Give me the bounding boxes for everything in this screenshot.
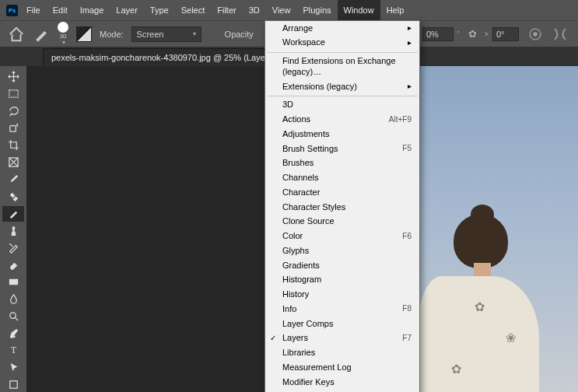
menu-select[interactable]: Select [175,0,212,20]
gradient-tool[interactable] [2,274,24,289]
healing-brush-tool[interactable] [2,189,24,205]
menu-filter[interactable]: Filter [211,0,242,20]
smoothing-options-icon[interactable] [468,28,477,40]
brush-panel-toggle-icon[interactable] [76,26,92,42]
menu-item-adjustments[interactable]: Adjustments [265,127,419,142]
menu-item-character-styles[interactable]: Character Styles [265,200,419,215]
menu-item-shortcut: F6 [402,232,412,242]
menu-item-find-extensions-on-exchange-legacy[interactable]: Find Extensions on Exchange (legacy)… [265,54,419,80]
menu-item-label: Color [282,231,303,242]
menu-item-extensions-legacy[interactable]: Extensions (legacy) [265,79,419,94]
menu-item-label: Brushes [282,158,314,169]
eraser-tool[interactable] [2,257,24,272]
menu-item-shortcut: F7 [402,334,412,344]
menu-item-modifier-keys[interactable]: Modifier Keys [265,375,419,390]
menu-item-clone-source[interactable]: Clone Source [265,215,419,229]
menu-item-shortcut: F5 [402,144,412,154]
symmetry-icon[interactable] [552,26,569,43]
menu-item-label: History [282,289,309,300]
brush-angle-control[interactable]: ⦠ 0° [485,27,519,41]
menu-item-label: Character [282,187,320,198]
mode-label: Mode: [100,30,124,39]
frame-tool[interactable] [2,155,24,170]
menu-item-3d[interactable]: 3D [265,98,419,113]
svg-rect-5 [9,126,16,132]
svg-rect-4 [9,90,17,97]
menu-item-label: Modifier Keys [282,377,335,388]
menubar: Ps FileEditImageLayerTypeSelectFilter3DV… [0,0,578,20]
svg-point-3 [533,32,538,37]
menu-item-label: 3D [282,100,293,110]
menu-item-histogram[interactable]: Histogram [265,273,419,288]
menu-item-info[interactable]: InfoF8 [265,302,419,317]
path-select-tool[interactable] [2,359,24,375]
menu-plugins[interactable]: Plugins [296,0,337,20]
menu-item-channels[interactable]: Channels [265,171,419,186]
menu-item-brushes[interactable]: Brushes [265,156,419,171]
menu-item-layers[interactable]: LayersF7 [265,331,419,346]
svg-text:T: T [10,345,16,355]
tools-panel: T [0,66,26,392]
blend-mode-dropdown[interactable]: Screen [131,26,201,42]
menu-item-glyphs[interactable]: Glyphs [265,243,419,258]
object-select-tool[interactable] [2,121,24,136]
menu-item-color[interactable]: ColorF6 [265,229,419,244]
menu-item-label: Clone Source [282,216,335,227]
type-tool[interactable]: T [2,342,24,358]
angle-value[interactable]: 0° [492,27,519,41]
menu-item-label: Measurement Log [282,362,352,373]
menu-item-libraries[interactable]: Libraries [265,346,419,361]
window-menu-dropdown[interactable]: ArrangeWorkspaceFind Extensions on Excha… [264,20,420,392]
brush-tool-icon [33,26,50,43]
menu-item-label: Brush Settings [282,144,338,155]
menu-item-gradients[interactable]: Gradients [265,258,419,273]
svg-text:Ps: Ps [8,7,15,14]
rectangle-shape-tool[interactable] [2,376,24,392]
pen-tool[interactable] [2,325,24,341]
menu-item-shortcut: Alt+F9 [389,115,412,125]
lasso-tool[interactable] [2,103,24,119]
menu-view[interactable]: View [266,0,297,20]
svg-rect-7 [9,279,17,285]
menu-item-label: Actions [282,114,310,125]
menu-3d[interactable]: 3D [243,0,266,20]
menu-item-label: Workspace [282,37,325,48]
pressure-size-icon[interactable] [527,26,544,43]
menu-edit[interactable]: Edit [47,0,74,20]
menu-item-label: Glyphs [282,246,309,257]
home-icon[interactable] [8,26,25,43]
menu-item-history[interactable]: History [265,288,419,303]
menu-item-label: Info [282,304,296,315]
menu-item-workspace[interactable]: Workspace [265,36,419,51]
menu-layer[interactable]: Layer [110,0,144,20]
brush-preset-picker[interactable]: 30 [58,22,68,46]
menu-file[interactable]: File [20,0,47,20]
menu-item-label: Arrange [282,23,313,34]
crop-tool[interactable] [2,138,24,153]
move-tool[interactable] [2,69,24,85]
menu-item-label: Channels [282,173,318,184]
svg-point-8 [9,313,16,319]
blur-tool[interactable] [2,291,24,306]
menu-window[interactable]: Window [338,0,380,20]
menu-item-arrange[interactable]: Arrange [265,21,419,36]
menu-item-label: Extensions (legacy) [282,82,357,93]
menu-type[interactable]: Type [144,0,175,20]
menu-item-actions[interactable]: ActionsAlt+F9 [265,113,419,128]
menu-item-label: Libraries [282,348,315,359]
rect-marquee-tool[interactable] [2,86,24,102]
brush-tool[interactable] [2,206,24,222]
menu-item-label: Find Extensions on Exchange (legacy)… [282,56,412,78]
eyedropper-tool[interactable] [2,172,24,187]
menu-item-layer-comps[interactable]: Layer Comps [265,317,419,331]
menu-help[interactable]: Help [380,0,411,20]
smoothing-value[interactable]: 0% [422,27,454,41]
menu-image[interactable]: Image [74,0,110,20]
menu-item-character[interactable]: Character [265,185,419,200]
menu-item-measurement-log[interactable]: Measurement Log [265,360,419,375]
dodge-tool[interactable] [2,308,24,324]
svg-rect-10 [9,380,16,387]
menu-item-brush-settings[interactable]: Brush SettingsF5 [265,142,419,156]
history-brush-tool[interactable] [2,240,24,256]
clone-stamp-tool[interactable] [2,223,24,239]
